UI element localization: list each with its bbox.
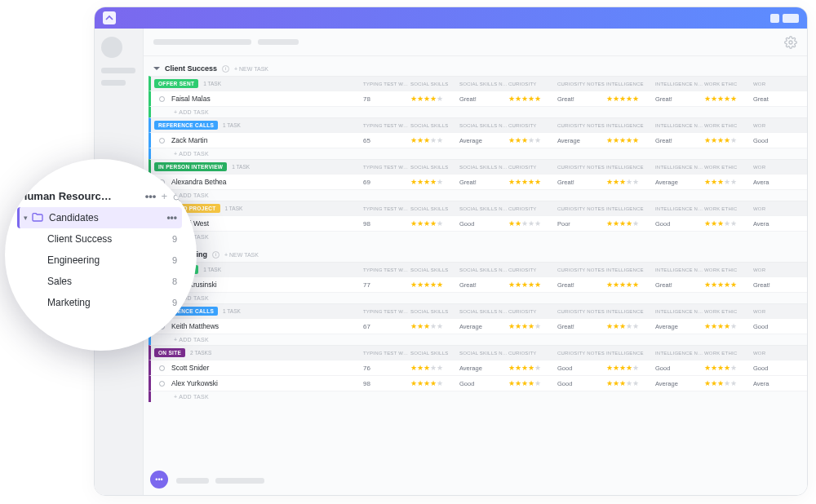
status-group-header[interactable]: REFERENCE CALLS1 TASKTYPING TEST WPMSOCI…: [149, 303, 807, 318]
add-task-button[interactable]: + ADD TASK: [149, 391, 807, 402]
note-workethic[interactable]: Great!: [753, 281, 802, 289]
status-group-header[interactable]: RECEIVED PROJECT1 TASKTYPING TEST WPMSOC…: [149, 201, 807, 215]
wpm-cell[interactable]: 69: [363, 179, 410, 186]
space-add-button[interactable]: +: [161, 190, 167, 202]
info-icon[interactable]: i: [212, 251, 220, 259]
note-curiosity[interactable]: Great!: [557, 281, 606, 289]
task-row[interactable]: Keith Matthews67★★★★★Average★★★★★Great!★…: [149, 318, 807, 334]
column-header[interactable]: TYPING TEST WPM: [363, 206, 410, 211]
column-header[interactable]: CURIOSITY NOTES: [557, 82, 606, 86]
column-header[interactable]: WORK ETHIC: [704, 82, 753, 86]
note-social[interactable]: Great!: [459, 95, 508, 103]
column-header[interactable]: WOR: [753, 206, 802, 211]
rating-workethic[interactable]: ★★★★★: [704, 281, 753, 289]
column-header[interactable]: CURIOSITY: [508, 82, 557, 86]
wpm-cell[interactable]: 77: [363, 281, 410, 289]
task-name[interactable]: Keith Matthews: [171, 322, 268, 330]
note-intelligence[interactable]: Average: [655, 323, 704, 330]
note-intelligence[interactable]: Great!: [655, 281, 704, 289]
task-name[interactable]: Faisal Malas: [171, 95, 268, 103]
column-header[interactable]: INTELLIGENCE: [606, 267, 655, 272]
task-name[interactable]: Alex Yurkowski: [171, 379, 268, 387]
rating-workethic[interactable]: ★★★★★: [704, 179, 753, 186]
rating-curiosity[interactable]: ★★★★★: [508, 281, 557, 289]
task-row[interactable]: Faisal Malas78★★★★★Great!★★★★★Great!★★★★…: [149, 91, 807, 106]
column-header[interactable]: CURIOSITY: [508, 165, 557, 170]
note-curiosity[interactable]: Great!: [557, 323, 606, 330]
note-intelligence[interactable]: Average: [655, 380, 704, 387]
column-header[interactable]: CURIOSITY NOTES: [557, 351, 606, 356]
wpm-cell[interactable]: 67: [363, 323, 410, 330]
column-header[interactable]: INTELLIGENCE NOTES: [655, 267, 704, 272]
column-header[interactable]: SOCIAL SKILLS: [410, 267, 459, 272]
workspace-avatar[interactable]: [101, 37, 122, 58]
rating-social[interactable]: ★★★★★: [410, 365, 459, 372]
column-header[interactable]: SOCIAL SKILLS: [410, 206, 459, 211]
rating-social[interactable]: ★★★★★: [410, 281, 459, 289]
column-header[interactable]: INTELLIGENCE: [606, 351, 655, 356]
note-curiosity[interactable]: Good: [557, 365, 606, 372]
rating-curiosity[interactable]: ★★★★★: [508, 380, 557, 387]
note-social[interactable]: Good: [459, 220, 508, 228]
status-badge[interactable]: ON SITE: [154, 348, 185, 357]
rating-intelligence[interactable]: ★★★★★: [606, 179, 655, 186]
note-social[interactable]: Average: [459, 323, 508, 330]
note-curiosity[interactable]: Poor: [557, 220, 606, 228]
note-workethic[interactable]: Good: [753, 323, 802, 330]
status-group-header[interactable]: OFFER SENT1 TASKTYPING TEST WPMSOCIAL SK…: [149, 262, 807, 276]
rating-social[interactable]: ★★★★★: [410, 323, 459, 330]
column-header[interactable]: SOCIAL SKILLS NOTES: [459, 123, 508, 128]
column-header[interactable]: INTELLIGENCE: [606, 82, 655, 86]
column-header[interactable]: CURIOSITY NOTES: [557, 267, 606, 272]
note-intelligence[interactable]: Average: [655, 179, 704, 186]
note-curiosity[interactable]: Average: [557, 137, 606, 144]
column-header[interactable]: INTELLIGENCE NOTES: [655, 165, 704, 170]
column-header[interactable]: INTELLIGENCE: [606, 309, 655, 314]
rating-curiosity[interactable]: ★★★★★: [508, 137, 557, 144]
column-header[interactable]: WORK ETHIC: [704, 206, 753, 211]
column-header[interactable]: WOR: [753, 267, 802, 272]
note-social[interactable]: Average: [459, 137, 508, 144]
column-header[interactable]: SOCIAL SKILLS NOTES: [459, 206, 508, 211]
column-header[interactable]: TYPING TEST WPM: [363, 123, 410, 128]
status-circle-icon[interactable]: [159, 365, 165, 371]
note-intelligence[interactable]: Great!: [655, 95, 704, 103]
rating-workethic[interactable]: ★★★★★: [704, 365, 753, 372]
list-item[interactable]: Marketing9: [20, 292, 182, 313]
add-task-button[interactable]: + ADD TASK: [149, 334, 807, 345]
status-group-header[interactable]: REFERENCE CALLS1 TASKTYPING TEST WPMSOCI…: [149, 117, 807, 132]
column-header[interactable]: WOR: [753, 351, 802, 356]
note-social[interactable]: Great!: [459, 281, 508, 289]
window-minimize-button[interactable]: [770, 14, 779, 23]
folder-more-button[interactable]: •••: [166, 212, 177, 223]
task-row[interactable]: Brandi West98★★★★★Good★★★★★Poor★★★★★Good…: [149, 215, 807, 231]
column-header[interactable]: WORK ETHIC: [704, 309, 753, 314]
status-circle-icon[interactable]: [159, 138, 165, 144]
rating-workethic[interactable]: ★★★★★: [704, 220, 753, 228]
column-header[interactable]: CURIOSITY: [508, 351, 557, 356]
wpm-cell[interactable]: 98: [363, 380, 410, 387]
add-task-button[interactable]: + ADD TASK: [149, 231, 807, 242]
column-header[interactable]: WORK ETHIC: [704, 267, 753, 272]
rating-intelligence[interactable]: ★★★★★: [606, 323, 655, 330]
rating-curiosity[interactable]: ★★★★★: [508, 179, 557, 186]
rating-workethic[interactable]: ★★★★★: [704, 137, 753, 144]
column-header[interactable]: CURIOSITY: [508, 309, 557, 314]
status-group-header[interactable]: ON SITE2 TASKSTYPING TEST WPMSOCIAL SKIL…: [149, 345, 807, 360]
column-header[interactable]: INTELLIGENCE NOTES: [655, 82, 704, 86]
list-item[interactable]: Sales8: [20, 271, 182, 292]
column-header[interactable]: CURIOSITY NOTES: [557, 206, 606, 211]
column-header[interactable]: SOCIAL SKILLS: [410, 351, 459, 356]
column-header[interactable]: SOCIAL SKILLS: [410, 123, 459, 128]
column-header[interactable]: WOR: [753, 123, 802, 128]
folder-candidates[interactable]: ▾ Candidates •••: [17, 207, 182, 228]
space-title[interactable]: Human Resourc…: [20, 190, 140, 202]
column-header[interactable]: SOCIAL SKILLS NOTES: [459, 165, 508, 170]
add-task-button[interactable]: + ADD TASK: [149, 148, 807, 159]
status-badge[interactable]: IN PERSON INTERVIEW: [154, 162, 227, 171]
add-task-button[interactable]: + ADD TASK: [149, 106, 807, 117]
note-workethic[interactable]: Avera: [753, 179, 802, 186]
note-social[interactable]: Average: [459, 365, 508, 372]
new-task-button[interactable]: + NEW TASK: [224, 252, 259, 258]
task-row[interactable]: Zack Martin65★★★★★Average★★★★★Average★★★…: [149, 132, 807, 148]
